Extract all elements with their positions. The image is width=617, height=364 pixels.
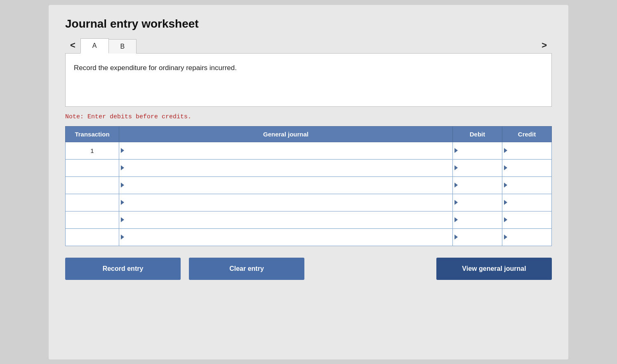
cell-debit-0[interactable] — [453, 142, 502, 159]
general-journal-input-3[interactable] — [122, 194, 451, 211]
cell-debit-4[interactable] — [453, 211, 502, 228]
debit-input-4[interactable] — [455, 211, 500, 228]
cell-credit-5[interactable] — [502, 228, 552, 246]
credit-input-0[interactable] — [504, 142, 550, 159]
col-header-debit: Debit — [453, 126, 502, 142]
cell-credit-1[interactable] — [502, 159, 552, 176]
cell-debit-5[interactable] — [453, 228, 502, 246]
arrow-icon — [504, 217, 507, 222]
general-journal-input-0[interactable] — [122, 142, 451, 159]
arrow-icon — [504, 148, 507, 153]
arrow-icon — [504, 165, 507, 170]
table-row — [66, 159, 552, 176]
tab-a[interactable]: A — [80, 38, 109, 54]
arrow-icon — [121, 183, 124, 188]
general-journal-input-5[interactable] — [122, 229, 451, 246]
general-journal-input-4[interactable] — [122, 211, 451, 228]
prev-arrow[interactable]: < — [65, 38, 80, 52]
buttons-row: Record entry Clear entry View general jo… — [65, 258, 552, 280]
cell-transaction-5 — [66, 228, 119, 246]
col-header-general-journal: General journal — [119, 126, 453, 142]
arrow-icon — [455, 235, 458, 240]
tabs-navigation: < A B > — [65, 38, 552, 53]
page-title: Journal entry worksheet — [65, 17, 552, 31]
cell-general-0[interactable] — [119, 142, 453, 159]
credit-input-5[interactable] — [504, 229, 550, 246]
arrow-icon — [121, 165, 124, 170]
table-row — [66, 194, 552, 211]
cell-general-3[interactable] — [119, 194, 453, 211]
arrow-icon — [121, 148, 124, 153]
credit-input-3[interactable] — [504, 194, 550, 211]
credit-input-4[interactable] — [504, 211, 550, 228]
cell-credit-2[interactable] — [502, 176, 552, 194]
cell-credit-0[interactable] — [502, 142, 552, 159]
next-arrow[interactable]: > — [537, 38, 552, 52]
arrow-icon — [121, 200, 124, 205]
table-row — [66, 176, 552, 194]
view-general-journal-button[interactable]: View general journal — [436, 258, 552, 280]
cell-transaction-1 — [66, 159, 119, 176]
table-row: 1 — [66, 142, 552, 159]
table-row — [66, 228, 552, 246]
col-header-credit: Credit — [502, 126, 552, 142]
debit-input-3[interactable] — [455, 194, 500, 211]
arrow-icon — [504, 235, 507, 240]
arrow-icon — [504, 183, 507, 188]
record-entry-button[interactable]: Record entry — [65, 258, 181, 280]
cell-credit-4[interactable] — [502, 211, 552, 228]
credit-input-1[interactable] — [504, 160, 550, 176]
cell-general-4[interactable] — [119, 211, 453, 228]
cell-general-5[interactable] — [119, 228, 453, 246]
credit-input-2[interactable] — [504, 177, 550, 194]
debit-input-1[interactable] — [455, 160, 500, 176]
arrow-icon — [455, 200, 458, 205]
col-header-transaction: Transaction — [66, 126, 119, 142]
cell-debit-2[interactable] — [453, 176, 502, 194]
arrow-icon — [121, 217, 124, 222]
main-container: Journal entry worksheet < A B > Record t… — [49, 5, 568, 359]
clear-entry-button[interactable]: Clear entry — [189, 258, 304, 280]
cell-transaction-4 — [66, 211, 119, 228]
arrow-icon — [121, 235, 124, 240]
journal-table: Transaction General journal Debit Credit… — [65, 126, 552, 246]
cell-debit-3[interactable] — [453, 194, 502, 211]
cell-debit-1[interactable] — [453, 159, 502, 176]
arrow-icon — [504, 200, 507, 205]
cell-transaction-3 — [66, 194, 119, 211]
general-journal-input-2[interactable] — [122, 177, 451, 194]
cell-general-2[interactable] — [119, 176, 453, 194]
note-text: Note: Enter debits before credits. — [65, 113, 552, 120]
table-row — [66, 211, 552, 228]
arrow-icon — [455, 217, 458, 222]
debit-input-2[interactable] — [455, 177, 500, 194]
debit-input-0[interactable] — [455, 142, 500, 159]
cell-transaction-0: 1 — [66, 142, 119, 159]
cell-general-1[interactable] — [119, 159, 453, 176]
general-journal-input-1[interactable] — [122, 160, 451, 176]
cell-transaction-2 — [66, 176, 119, 194]
arrow-icon — [455, 148, 458, 153]
instructions-text: Record the expenditure for ordinary repa… — [74, 63, 543, 73]
debit-input-5[interactable] — [455, 229, 500, 246]
arrow-icon — [455, 165, 458, 170]
cell-credit-3[interactable] — [502, 194, 552, 211]
arrow-icon — [455, 183, 458, 188]
tab-b[interactable]: B — [108, 39, 137, 54]
tab-content: Record the expenditure for ordinary repa… — [65, 53, 552, 107]
